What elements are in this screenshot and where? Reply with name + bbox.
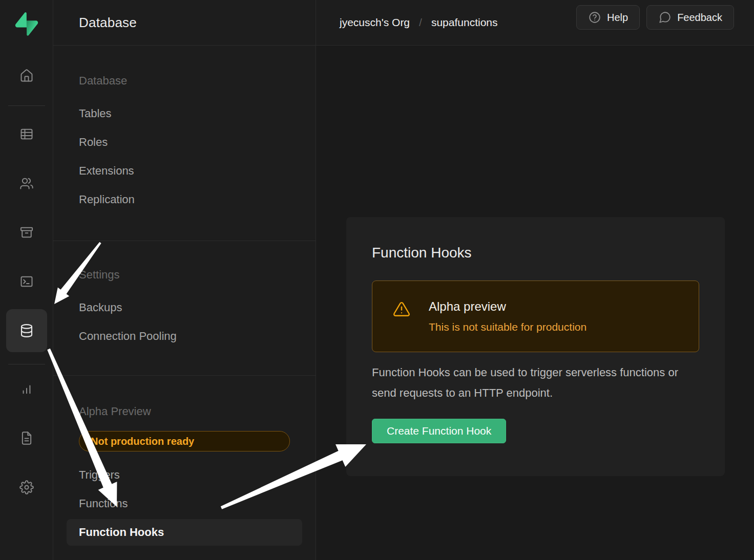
supabase-logo[interactable]: [15, 12, 38, 36]
breadcrumb-project[interactable]: supafunctions: [431, 16, 498, 29]
database-icon[interactable]: [6, 309, 47, 352]
header-actions: Help Feedback: [576, 5, 734, 30]
alert-title: Alpha preview: [429, 299, 587, 314]
sidebar-section-settings: Settings Backups Connection Pooling: [53, 241, 316, 375]
sidebar-section-alpha-preview: Alpha Preview Not production ready Trigg…: [53, 375, 316, 547]
card-title: Function Hooks: [372, 245, 699, 261]
help-button[interactable]: Help: [576, 5, 640, 30]
rail-divider: [8, 364, 45, 364]
rail-divider: [8, 105, 45, 106]
app-window: Database Database Tables Roles Extension…: [0, 0, 754, 560]
help-circle-icon: [588, 11, 601, 24]
sidebar-item-roles[interactable]: Roles: [79, 128, 290, 157]
sidebar-item-tables[interactable]: Tables: [79, 99, 290, 128]
section-heading: Settings: [79, 268, 290, 282]
sidebar-section-database: Database Tables Roles Extensions Replica…: [53, 46, 316, 241]
alpha-preview-alert: Alpha preview This is not suitable for p…: [372, 281, 699, 352]
sidebar-item-backups[interactable]: Backups: [79, 293, 290, 322]
breadcrumb-org[interactable]: jyecusch's Org: [340, 16, 410, 29]
alert-body: This is not suitable for production: [429, 321, 587, 333]
icon-rail: [0, 0, 53, 560]
function-hooks-card: Function Hooks Alpha preview This is not…: [346, 217, 725, 476]
sidebar-item-extensions[interactable]: Extensions: [79, 157, 290, 185]
sidebar-item-replication[interactable]: Replication: [79, 185, 290, 214]
reports-icon[interactable]: [15, 378, 38, 400]
section-heading: Alpha Preview: [79, 404, 290, 419]
feedback-label: Feedback: [677, 12, 722, 24]
create-function-hook-button[interactable]: Create Function Hook: [372, 419, 506, 443]
home-icon[interactable]: [15, 64, 38, 87]
logs-icon[interactable]: [15, 427, 38, 449]
help-label: Help: [607, 12, 628, 24]
sidebar-header: Database: [53, 0, 316, 46]
auth-users-icon[interactable]: [15, 172, 38, 195]
sidebar-item-connection-pooling[interactable]: Connection Pooling: [79, 322, 290, 351]
sidebar-item-triggers[interactable]: Triggers: [79, 461, 290, 489]
sidebar-title: Database: [79, 15, 137, 31]
database-sidebar: Database Database Tables Roles Extension…: [53, 0, 316, 560]
sidebar-item-function-hooks[interactable]: Function Hooks: [67, 519, 302, 546]
settings-gear-icon[interactable]: [15, 476, 38, 499]
feedback-button[interactable]: Feedback: [646, 5, 734, 30]
warning-triangle-icon: [393, 300, 410, 318]
breadcrumb-separator: /: [419, 16, 422, 29]
section-heading: Database: [79, 74, 290, 88]
storage-icon[interactable]: [15, 221, 38, 244]
sidebar-item-functions[interactable]: Functions: [79, 489, 290, 518]
feedback-bubble-icon: [658, 11, 672, 24]
card-description: Function Hooks can be used to trigger se…: [372, 362, 695, 403]
content-area: Function Hooks Alpha preview This is not…: [316, 46, 754, 560]
top-header: jyecusch's Org / supafunctions Help Feed…: [316, 0, 754, 46]
alert-text: Alpha preview This is not suitable for p…: [429, 299, 587, 333]
sql-editor-icon[interactable]: [15, 270, 38, 293]
not-production-ready-badge: Not production ready: [79, 431, 290, 451]
main-panel: jyecusch's Org / supafunctions Help Feed…: [316, 0, 754, 560]
table-editor-icon[interactable]: [15, 123, 38, 145]
